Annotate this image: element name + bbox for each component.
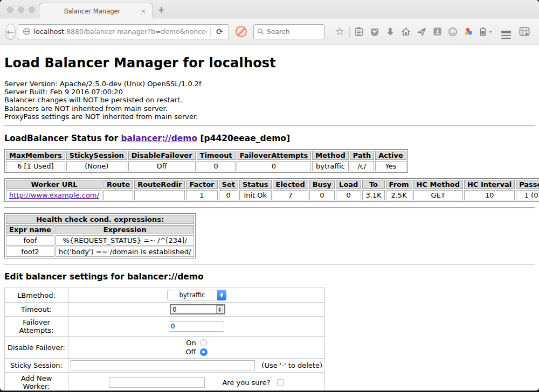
cell-method: bytraffic	[312, 161, 348, 171]
lbmethod-select[interactable]: bytraffic ▲▼	[167, 290, 226, 300]
zoom-window-button[interactable]	[29, 6, 35, 13]
page-title: Load Balancer Manager for localhost	[4, 55, 535, 71]
menu-hamburger-icon[interactable]	[497, 30, 515, 34]
minimize-window-button[interactable]	[18, 6, 24, 13]
radio-off[interactable]	[200, 348, 208, 356]
close-window-button[interactable]	[7, 6, 13, 13]
cell-stickysession: (None)	[66, 161, 127, 171]
tab-title: Balancer Manager	[45, 8, 140, 15]
balancer-demo-link[interactable]: balancer://demo	[121, 134, 197, 143]
col-load: Load	[336, 180, 361, 189]
cell-expr-name: foof	[6, 235, 54, 246]
overflow-caret-icon[interactable]: ▾	[489, 29, 493, 34]
divider	[4, 207, 535, 208]
col-stickysession: StickySession	[66, 151, 127, 160]
cell-expr-name: foof2	[6, 247, 54, 257]
sticky-session-input[interactable]	[71, 360, 255, 370]
col-routeredir: RouteRedir	[134, 180, 185, 189]
reading-list-icon[interactable]	[351, 27, 367, 37]
cell-route	[103, 190, 133, 200]
col-route: Route	[103, 180, 133, 189]
table-header-row: Expr name Expression	[6, 225, 194, 234]
cell-path: /c/	[350, 161, 374, 171]
balancer-params-table: MaxMembers StickySession DisableFailover…	[4, 149, 408, 173]
sticky-session-label: Sticky Session:	[5, 359, 68, 373]
cell-expression: hc('body') =~ /domain is established/	[56, 247, 195, 257]
cell-disablefailover: Off	[128, 161, 196, 171]
server-version: Server Version: Apache/2.5.0-dev (Unix) …	[4, 80, 535, 88]
downloads-icon[interactable]	[383, 27, 398, 36]
form-row-failover-attempts: Failover Attempts:	[5, 317, 325, 337]
col-worker-url: Worker URL	[6, 180, 102, 189]
table-header-row: Worker URL Route RouteRedir Factor Set S…	[6, 180, 539, 189]
color-dots-extension-icon[interactable]	[461, 27, 476, 37]
radio-on-label: On	[186, 339, 196, 347]
reload-icon[interactable]: ⟳	[214, 27, 225, 37]
table-row: 6 [1 Used] (None) Off 0 0 bytraffic /c/ …	[6, 161, 406, 171]
number-spinner-icon[interactable]: ▲▼	[216, 305, 223, 313]
battery-extension-icon[interactable]	[476, 27, 489, 37]
failover-attempts-input[interactable]	[169, 321, 224, 332]
col-failoverattempts: FailoverAttempts	[237, 151, 312, 160]
tab-bar: Balancer Manager × +	[0, 0, 539, 18]
col-expr-name: Expr name	[6, 225, 54, 234]
new-tab-button[interactable]: +	[157, 4, 165, 15]
table-title-row: Health check cond. expressions:	[6, 215, 194, 224]
page-content: Load Balancer Manager for localhost Serv…	[0, 45, 539, 390]
timeout-label: Timeout:	[5, 303, 68, 317]
cell-timeout: 0	[197, 161, 236, 171]
col-hc-method: HC Method	[413, 180, 463, 189]
confirm-checkbox[interactable]	[277, 379, 284, 386]
col-active: Active	[375, 151, 406, 160]
save-to-device-icon[interactable]	[430, 27, 445, 36]
url-bar[interactable]: localhost:8880/balancer-manager?b=demo&n…	[18, 24, 229, 39]
feedback-smiley-icon[interactable]	[445, 27, 461, 37]
divider	[4, 264, 535, 265]
pocket-icon[interactable]	[367, 27, 383, 37]
back-button[interactable]: ←	[5, 24, 16, 40]
cell-routeredir	[134, 190, 185, 200]
home-icon[interactable]	[398, 27, 414, 37]
cell-failoverattempts: 0	[237, 161, 312, 171]
worker-table: Worker URL Route RouteRedir Factor Set S…	[4, 178, 539, 202]
search-bar[interactable]	[253, 24, 324, 39]
health-table-title: Health check cond. expressions:	[6, 215, 194, 224]
inherit-notice: Balancers are NOT inherited from main se…	[4, 104, 535, 113]
col-method: Method	[312, 151, 348, 160]
search-input[interactable]	[267, 27, 321, 36]
tab-close-icon[interactable]: ×	[140, 8, 147, 15]
tab-grid-icon[interactable]	[515, 27, 534, 37]
add-worker-input[interactable]	[109, 377, 205, 388]
cell-status: Init Ok	[239, 190, 272, 200]
col-hc-interval: HC Interval	[464, 180, 515, 189]
disable-failover-label: Disable Failover:	[5, 337, 68, 359]
cell-expression: %{REQUEST_STATUS} =~ /^[234]/	[56, 235, 195, 246]
form-row-sticky-session: Sticky Session: (Use '-' to delete)	[5, 359, 325, 373]
worker-url-link[interactable]: http://www.example.com/	[9, 191, 99, 199]
col-maxmembers: MaxMembers	[6, 151, 65, 160]
confirm-label: Are you sure?	[222, 379, 270, 387]
url-text: localhost:8880/balancer-manager?b=demo&n…	[34, 27, 207, 36]
col-path: Path	[350, 151, 374, 160]
form-row-timeout: Timeout: ▲▼	[5, 303, 325, 317]
form-row-disable-failover: Disable Failover: On Off	[5, 337, 325, 359]
cell-elected: 7	[273, 190, 308, 200]
bookmark-star-icon[interactable]: ☆	[332, 26, 348, 37]
content-blocked-icon[interactable]	[236, 26, 247, 37]
cell-from: 2.5K	[386, 190, 412, 200]
col-from: From	[386, 180, 412, 189]
persist-notice: Balancer changes will NOT be persisted o…	[4, 96, 535, 104]
tab-balancer-manager[interactable]: Balancer Manager ×	[39, 3, 153, 19]
send-plane-icon[interactable]	[414, 27, 430, 37]
form-row-lbmethod: LBmethod: bytraffic ▲▼	[5, 288, 325, 303]
cell-hc-method: GET	[413, 190, 463, 200]
browser-window: Balancer Manager × + ← localhost:8880/ba…	[0, 0, 539, 390]
divider	[4, 125, 535, 127]
col-to: To	[362, 180, 384, 189]
col-status: Status	[239, 180, 272, 189]
radio-on[interactable]	[200, 339, 207, 346]
balancer-status-heading: LoadBalancer Status for balancer://demo …	[4, 134, 535, 143]
radio-off-label: Off	[185, 348, 196, 356]
traffic-lights[interactable]	[7, 6, 35, 13]
form-row-add-worker: Add New Worker: Are you sure?	[5, 373, 325, 390]
